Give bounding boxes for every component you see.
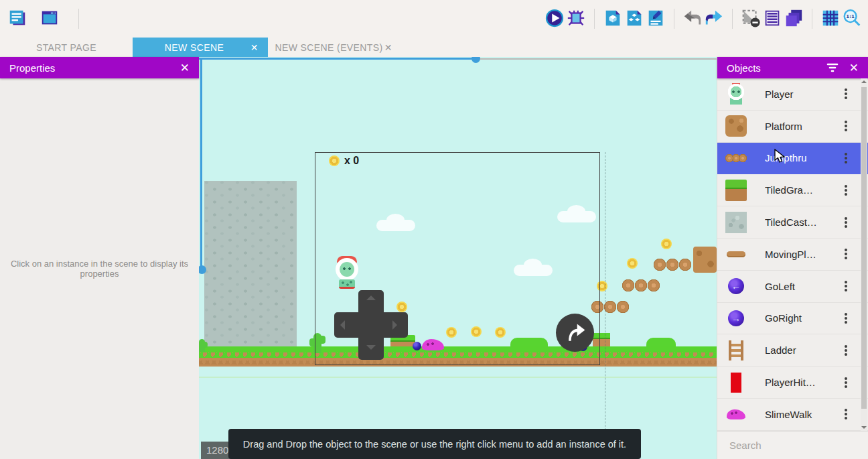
platform-instance[interactable] [693, 247, 717, 273]
window-preview-button[interactable] [39, 8, 60, 29]
scroll-down-icon[interactable] [861, 426, 867, 429]
object-menu-button[interactable] [837, 308, 855, 328]
object-row-player[interactable]: Player [717, 78, 868, 111]
scene-right-bound-line [605, 152, 605, 440]
scene-top-edge-handle-line[interactable] [199, 58, 476, 60]
object-row-playerhit[interactable]: PlayerHit… [717, 367, 868, 399]
objects-scrollbar[interactable] [861, 78, 867, 431]
objects-panel-title: Objects [727, 62, 761, 74]
tab-label: NEW SCENE [165, 42, 224, 53]
filter-icon[interactable] [826, 62, 839, 73]
search-input[interactable] [729, 440, 863, 451]
object-row-tiledcast[interactable]: TiledCast… [717, 206, 868, 239]
tab-new-scene[interactable]: NEW SCENE✕ [133, 38, 268, 57]
kebab-menu-icon [845, 185, 847, 188]
object-label: TiledCast… [765, 216, 837, 228]
properties-empty-message: Click on an instance in the scene to dis… [7, 259, 192, 279]
window-preview-icon [40, 8, 60, 30]
object-menu-button[interactable] [837, 373, 855, 393]
coin-instance[interactable] [661, 239, 672, 249]
scene-top-border [476, 58, 717, 60]
properties-file-button[interactable] [645, 8, 666, 29]
toolbar-divider [78, 9, 79, 29]
object-menu-button[interactable] [837, 180, 855, 200]
object-menu-button[interactable] [837, 116, 855, 136]
objects-panel-header: Objects ✕ [717, 57, 868, 78]
drag-drop-tooltip: Drag and Drop the object to the scene or… [228, 429, 641, 459]
grid-icon [820, 8, 841, 30]
selection-mask-button[interactable] [740, 8, 762, 29]
close-icon[interactable]: ✕ [849, 62, 859, 74]
scroll-up-icon[interactable] [861, 80, 867, 83]
zoom-1-1-icon: 1:1 [842, 8, 862, 30]
top-edge-handle[interactable] [472, 57, 480, 63]
camera-frame [315, 152, 600, 365]
scrollbar-thumb[interactable] [861, 87, 867, 409]
debug-button[interactable] [565, 8, 587, 29]
toolbar-divider [732, 9, 733, 29]
object-row-goleft[interactable]: GoLeft [717, 271, 868, 303]
tab-close-icon[interactable]: ✕ [250, 43, 259, 52]
object-row-tiledgra[interactable]: TiledGra… [717, 174, 868, 206]
zoom-1-1-button[interactable]: 1:1 [841, 8, 863, 29]
redo-button[interactable] [703, 8, 725, 29]
object-menu-button[interactable] [837, 84, 855, 104]
object-row-movingpl[interactable]: MovingPl… [717, 239, 868, 271]
scene-left-edge-handle-line[interactable] [200, 58, 202, 270]
selection-mask-icon [741, 8, 761, 30]
toolbar-left-group [7, 8, 86, 29]
goleft-icon [728, 278, 744, 294]
object-groups-file-icon [624, 8, 644, 30]
slimewalk-icon [725, 403, 747, 425]
jumpthru-icon [725, 147, 747, 169]
layers-button[interactable] [783, 8, 804, 29]
movingplatform-icon [725, 243, 747, 265]
objects-panel: Objects ✕ PlayerPlatformJumpthruTiledGra… [717, 57, 868, 459]
objects-file-button[interactable] [602, 8, 624, 29]
properties-panel: Properties ✕ Click on an instance in the… [0, 57, 199, 459]
instances-list-button[interactable] [762, 8, 783, 29]
object-row-slimewalk[interactable]: SlimeWalk [717, 399, 868, 431]
tab-start-page[interactable]: START PAGE [0, 38, 133, 57]
cactus-instance[interactable] [199, 339, 205, 352]
grass-mound-instance[interactable] [646, 338, 676, 346]
close-icon[interactable]: ✕ [180, 62, 190, 74]
kebab-menu-icon [845, 121, 847, 123]
tiled-castle-instance[interactable] [204, 181, 297, 352]
tiledgrass-icon [725, 180, 747, 201]
properties-panel-header: Properties ✕ [0, 57, 199, 78]
kebab-menu-icon [845, 409, 847, 411]
coin-instance[interactable] [627, 258, 638, 269]
object-menu-button[interactable] [837, 244, 855, 264]
debug-icon [566, 8, 586, 30]
object-menu-button[interactable] [837, 212, 855, 233]
tab-new-scene-events[interactable]: NEW SCENE (EVENTS)✕ [268, 38, 402, 57]
object-menu-button[interactable] [837, 404, 855, 424]
tab-label: NEW SCENE (EVENTS) [275, 42, 382, 53]
jumpthru-instance[interactable] [653, 258, 692, 271]
object-row-goright[interactable]: GoRight [717, 303, 868, 335]
objects-list: PlayerPlatformJumpthruTiledGra…TiledCast… [717, 78, 868, 431]
play-button[interactable] [544, 8, 565, 29]
tiledcastle-icon [725, 212, 747, 233]
toolbar-divider [674, 9, 674, 29]
gdevelop-editor-window: 1:1 START PAGENEW SCENE✕NEW SCENE (EVENT… [0, 0, 868, 459]
object-row-platform[interactable]: Platform [717, 111, 868, 143]
tab-close-icon[interactable]: ✕ [384, 43, 392, 52]
object-menu-button[interactable] [837, 276, 855, 296]
object-row-ladder[interactable]: Ladder [717, 334, 868, 367]
jumpthru-instance[interactable] [622, 279, 660, 291]
tab-bar: START PAGENEW SCENE✕NEW SCENE (EVENTS)✕ [0, 38, 868, 57]
object-label: Platform [765, 121, 837, 132]
grid-button[interactable] [820, 8, 841, 29]
object-menu-button[interactable] [837, 340, 855, 360]
object-menu-button[interactable] [837, 148, 855, 168]
scene-canvas[interactable]: x 0 [199, 57, 717, 459]
undo-button[interactable] [682, 8, 703, 29]
object-row-jumpthru[interactable]: Jumpthru [717, 143, 868, 175]
project-manager-button[interactable] [7, 8, 28, 29]
toolbar-right-group: 1:1 [544, 8, 863, 29]
properties-panel-title: Properties [9, 62, 55, 74]
object-groups-file-button[interactable] [624, 8, 645, 29]
kebab-menu-icon [845, 88, 847, 91]
